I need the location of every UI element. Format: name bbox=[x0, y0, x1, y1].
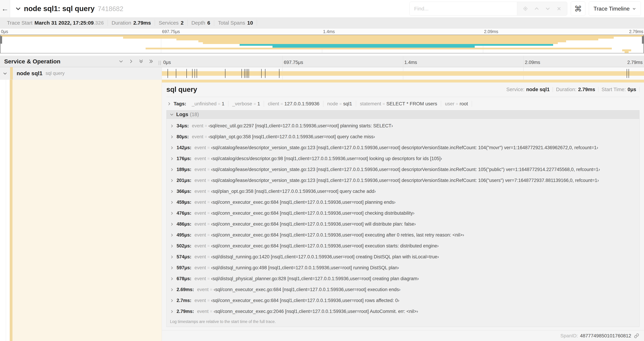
logs-header[interactable]: Logs (18) bbox=[166, 110, 639, 119]
log-tick[interactable] bbox=[197, 69, 197, 78]
prev-match-icon[interactable] bbox=[534, 6, 540, 12]
chevron-down-icon[interactable] bbox=[15, 6, 21, 12]
chevron-right-icon[interactable] bbox=[170, 277, 174, 281]
equals-sign: = bbox=[456, 102, 458, 106]
collapse-all-icon[interactable] bbox=[139, 59, 144, 64]
chevron-right-icon[interactable] bbox=[170, 288, 174, 292]
log-tick[interactable] bbox=[261, 69, 262, 78]
log-entry[interactable]: 597μs: event = ‹sql/distsql_running.go:4… bbox=[166, 262, 639, 273]
log-message: ‹sql/conn_executor_exec.go:2046 [nsql1,c… bbox=[214, 309, 418, 314]
span-duration-bar[interactable] bbox=[162, 71, 644, 76]
log-entry[interactable]: 189μs: event = ‹sql/catalog/lease/descri… bbox=[166, 164, 639, 175]
meta-value: node sql1 bbox=[526, 87, 550, 92]
chevron-right-icon[interactable] bbox=[170, 146, 174, 150]
find-input[interactable] bbox=[410, 2, 517, 16]
log-tick[interactable] bbox=[194, 69, 195, 78]
chevron-right-icon[interactable] bbox=[170, 200, 174, 204]
minimap-left-scrubber[interactable] bbox=[0, 35, 0, 53]
log-entry[interactable]: 201μs: event = ‹sql/catalog/lease/descri… bbox=[166, 175, 639, 186]
expand-all-icon[interactable] bbox=[149, 59, 154, 64]
chevron-right-icon[interactable] bbox=[170, 233, 174, 237]
collapse-one-icon[interactable] bbox=[118, 59, 124, 64]
log-tick[interactable] bbox=[168, 69, 168, 78]
log-entry[interactable]: 502μs: event = ‹sql/conn_executor_exec.g… bbox=[166, 240, 639, 251]
log-entry[interactable]: 476μs: event = ‹sql/conn_executor_exec.g… bbox=[166, 208, 639, 219]
log-message: ‹sql/plan_opt.go:358 [nsql1,client=127.0… bbox=[208, 134, 375, 140]
log-tick[interactable] bbox=[247, 69, 248, 78]
span-color-accent bbox=[10, 80, 12, 341]
log-tick[interactable] bbox=[186, 69, 187, 78]
chevron-right-icon[interactable] bbox=[170, 168, 174, 172]
chevron-right-icon[interactable] bbox=[170, 255, 174, 259]
chevron-right-icon[interactable] bbox=[170, 266, 174, 270]
log-tick[interactable] bbox=[246, 69, 246, 78]
log-tick[interactable] bbox=[176, 69, 176, 78]
chevron-right-icon[interactable] bbox=[170, 157, 174, 161]
next-match-icon[interactable] bbox=[545, 6, 551, 12]
minimap-tick-label: 697.75μs bbox=[161, 29, 180, 34]
log-entry[interactable]: 34μs: event = ‹sql/exec_util.go:2297 [ns… bbox=[166, 120, 639, 131]
log-tick[interactable] bbox=[242, 69, 242, 78]
log-entry[interactable]: 486μs: event = ‹sql/conn_executor_exec.g… bbox=[166, 219, 639, 230]
log-tick[interactable] bbox=[627, 69, 627, 78]
tags-section[interactable]: Tags: _unfinished = 1 _verbose = bbox=[162, 97, 644, 110]
chevron-down-icon[interactable] bbox=[170, 112, 174, 117]
log-tick[interactable] bbox=[248, 69, 249, 78]
log-tick[interactable] bbox=[628, 69, 629, 78]
chevron-right-icon[interactable] bbox=[170, 310, 174, 313]
span-name-column[interactable]: node sql1 sql query bbox=[0, 67, 162, 80]
span-bar-track[interactable] bbox=[162, 67, 644, 80]
log-entry[interactable]: 2.69ms: event = ‹sql/conn_executor_exec.… bbox=[166, 284, 639, 295]
log-entry[interactable]: 495μs: event = ‹sql/conn_executor_exec.g… bbox=[166, 230, 639, 240]
chevron-right-icon[interactable] bbox=[170, 190, 174, 193]
span-collapse-icon[interactable] bbox=[3, 71, 7, 76]
span-row[interactable]: node sql1 sql query bbox=[0, 67, 644, 80]
trace-summary-item: Depth 6 bbox=[188, 20, 214, 26]
log-tick[interactable] bbox=[192, 69, 192, 78]
log-timestamp: 142μs: bbox=[176, 145, 192, 150]
equals-sign: = bbox=[280, 102, 283, 106]
back-button[interactable]: ← bbox=[0, 0, 10, 17]
summary-value: 2 bbox=[181, 20, 184, 26]
log-entry[interactable]: 459μs: event = ‹sql/conn_executor_exec.g… bbox=[166, 197, 639, 208]
chevron-right-icon[interactable] bbox=[170, 135, 174, 139]
deep-link-icon[interactable] bbox=[634, 333, 639, 338]
summary-label: Depth bbox=[191, 20, 205, 26]
minimap-canvas[interactable] bbox=[0, 35, 644, 53]
log-entry[interactable]: 80μs: event = ‹sql/plan_opt.go:358 [nsql… bbox=[166, 131, 639, 142]
log-entry[interactable]: 142μs: event = ‹sql/catalog/lease/descri… bbox=[166, 142, 639, 153]
expand-one-icon[interactable] bbox=[129, 59, 134, 64]
log-tick[interactable] bbox=[244, 69, 244, 78]
column-resize-handle[interactable] bbox=[158, 61, 161, 65]
locate-icon[interactable] bbox=[522, 6, 528, 12]
log-entry[interactable]: 176μs: event = ‹sql/catalog/descs/descri… bbox=[166, 153, 639, 164]
chevron-right-icon[interactable] bbox=[170, 179, 174, 182]
log-tick[interactable] bbox=[225, 69, 226, 78]
chevron-right-icon[interactable] bbox=[170, 211, 174, 215]
chevron-right-icon[interactable] bbox=[170, 124, 174, 128]
log-entry[interactable]: 678μs: event = ‹sql/distsql_physical_pla… bbox=[166, 273, 639, 284]
equals-sign: = bbox=[208, 244, 210, 248]
log-tick[interactable] bbox=[279, 69, 280, 78]
chevron-right-icon[interactable] bbox=[167, 102, 171, 106]
chevron-right-icon[interactable] bbox=[170, 222, 174, 226]
divider bbox=[639, 87, 640, 92]
clear-find-icon[interactable] bbox=[556, 6, 562, 12]
log-entry[interactable]: 2.7ms: event = ‹sql/conn_executor_exec.g… bbox=[166, 295, 639, 306]
log-entry[interactable]: 2.79ms: event = ‹sql/conn_executor_exec.… bbox=[166, 306, 639, 317]
equals-sign: = bbox=[208, 276, 210, 281]
trace-title-wrap: node sql1: sql query 7418682 bbox=[15, 5, 410, 13]
equals-sign: = bbox=[205, 124, 207, 128]
view-selector-button[interactable]: Trace Timeline bbox=[589, 2, 641, 16]
timeline-minimap[interactable]: 0μs 697.75μs 1.4ms 2.09ms 2.79ms bbox=[0, 29, 644, 56]
minimap-span-bar bbox=[176, 39, 598, 40]
keyboard-shortcuts-button[interactable]: ⌘ bbox=[571, 2, 585, 16]
chevron-right-icon[interactable] bbox=[170, 299, 174, 302]
equals-sign: = bbox=[339, 102, 342, 106]
log-entry[interactable]: 366μs: event = ‹sql/plan_opt.go:358 [nsq… bbox=[166, 186, 639, 197]
chevron-right-icon[interactable] bbox=[170, 244, 174, 248]
log-entry[interactable]: 574μs: event = ‹sql/distsql_running.go:1… bbox=[166, 251, 639, 262]
log-tick[interactable] bbox=[265, 69, 266, 78]
log-field-key: event bbox=[194, 254, 206, 259]
minimap-span-bar bbox=[198, 40, 566, 42]
